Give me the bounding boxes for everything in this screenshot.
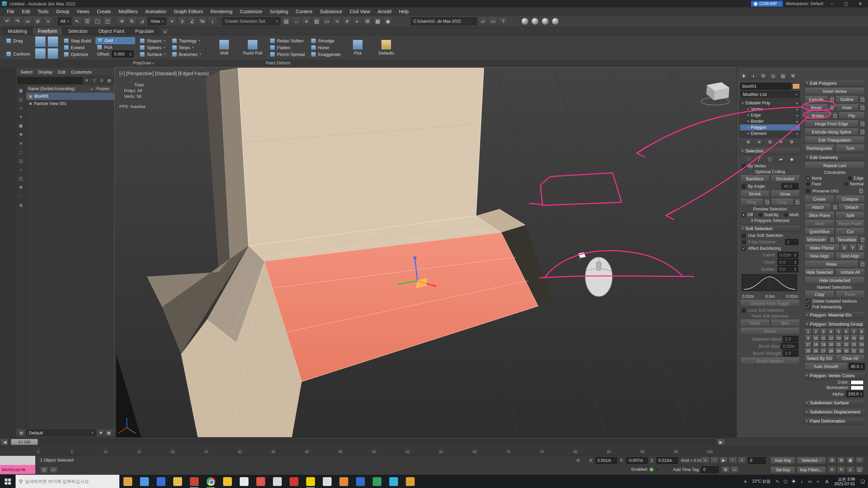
track-bar[interactable]: 0510152025303540455055606570758085909510… (0, 446, 868, 455)
attach-settings-button[interactable] (832, 204, 837, 211)
paint-pick-button[interactable]: Pick (345, 37, 370, 58)
extrude-settings-button[interactable] (829, 96, 834, 103)
select-move-icon[interactable]: ✛ (117, 17, 126, 26)
preview-off-radio[interactable]: Off (742, 212, 753, 217)
smoothing-group-button[interactable]: 10 (812, 335, 820, 341)
smoothing-group-button[interactable]: 31 (850, 348, 857, 354)
snap-toggle-3d-icon[interactable]: 3 (177, 17, 186, 26)
menu-item[interactable]: File (3, 8, 18, 15)
flatten-button[interactable]: Flatten (269, 44, 306, 51)
relax-button[interactable]: Relax (805, 261, 859, 268)
extrude-along-spline-settings-button[interactable] (860, 128, 865, 136)
filter-lights-icon[interactable]: ✦ (17, 113, 25, 121)
topology-dropdown[interactable]: Topology▾ (171, 37, 202, 44)
tray-network-icon[interactable]: ⌁ (814, 476, 822, 487)
scene-node-particle-view-001[interactable]: ✱ Particle View 001 (26, 100, 114, 107)
field-of-view-icon[interactable]: ∠ (846, 466, 854, 473)
clear-all-button[interactable]: Clear All (835, 355, 865, 362)
explorer-menu-item[interactable]: Display (36, 69, 55, 75)
taskbar-notes-icon[interactable] (269, 475, 285, 488)
constraint-face-radio[interactable]: Face (806, 182, 821, 186)
ribbon-tab[interactable]: Populate (130, 27, 159, 35)
conform-brush-icon-3[interactable] (35, 48, 46, 59)
frozen-column-header[interactable]: Frozen (95, 86, 112, 91)
menu-item[interactable]: Modifiers (115, 8, 141, 15)
smoothing-group-button[interactable]: 17 (805, 342, 812, 347)
relax-soften-button[interactable]: Relax/ Soften (269, 37, 306, 44)
mirror-icon[interactable]: ↔ (292, 17, 301, 26)
previous-key-icon[interactable]: ◀ (1, 439, 9, 446)
relax-settings-button[interactable] (860, 261, 865, 268)
display-tab-icon[interactable]: ▤ (779, 72, 787, 80)
taskbar-chrome-icon[interactable] (202, 475, 219, 488)
edit-polygons-rollout-header[interactable]: ▾Edit Polygons (804, 79, 866, 87)
material-editor-icon[interactable]: ◐ (353, 17, 362, 26)
selection-value-field[interactable]: 1.0 (783, 336, 798, 342)
visibility-bulb-icon[interactable]: ● (796, 132, 798, 136)
filter-materials-icon[interactable]: ◍ (17, 201, 25, 209)
asset-tracking-icon[interactable]: ▭ (488, 17, 497, 26)
constraint-none-radio[interactable]: None (806, 176, 822, 181)
cut-button[interactable]: Cut (835, 228, 865, 235)
key-mode-icon[interactable]: ▭ (731, 466, 739, 473)
smoothing-group-button[interactable]: 18 (812, 342, 820, 347)
menu-item[interactable]: Views (73, 8, 93, 15)
enabled-green-dot[interactable] (650, 468, 653, 471)
tray-update-icon[interactable]: ✚ (790, 476, 798, 487)
smoothing-group-button[interactable]: 3 (820, 329, 827, 334)
create-tab-icon[interactable]: ✚ (739, 72, 748, 80)
view-align-button[interactable]: View Align (805, 252, 834, 260)
optimize-button[interactable]: Optimize (62, 51, 92, 58)
defaults-button[interactable]: Defaults (374, 37, 399, 58)
insert-vertex-button[interactable]: Insert Vertex (805, 88, 865, 95)
strips-dropdown[interactable]: Strips▾ (171, 44, 202, 51)
loop-spinner[interactable] (794, 199, 800, 206)
collapsed-rollout-header[interactable]: ▸Paint Deformation (804, 417, 866, 425)
shading-sphere-icon-2[interactable] (531, 18, 539, 25)
surface-dropdown[interactable]: Surface▾ (138, 51, 167, 58)
alpha-field[interactable]: 100.0▲▼ (846, 391, 864, 397)
element-subobject-icon[interactable]: ◆ (787, 156, 796, 163)
msmooth-button[interactable]: MSmooth (805, 236, 828, 243)
render-icon[interactable]: ◉ (383, 17, 392, 26)
modifier-list-dropdown[interactable]: Modifier List▾ (740, 91, 800, 98)
current-frame-field[interactable]: 0 (748, 457, 766, 464)
preserve-uvs-settings-button[interactable] (858, 187, 864, 195)
polydraw-pick-button[interactable]: Pick (96, 44, 135, 50)
smoothing-group-button[interactable]: 7 (850, 329, 857, 334)
paint-deform-group-label[interactable]: Paint Deform (266, 61, 291, 65)
taskbar-search[interactable]: ⚲ (16, 475, 119, 488)
smoothing-group-button[interactable]: 15 (850, 335, 857, 341)
isolate-selection-icon[interactable]: ⊡ (40, 467, 48, 473)
smoothing-group-button[interactable]: 13 (835, 335, 842, 341)
modifier-stack-row[interactable]: ▾ Vertex ● (740, 106, 800, 112)
visibility-bulb-icon[interactable]: ● (796, 126, 798, 129)
smoothing-group-button[interactable]: 22 (843, 342, 850, 347)
layer-manager-icon[interactable]: ▥ (312, 17, 321, 26)
selection-filter-dropdown[interactable]: All▾ (58, 17, 72, 25)
smoothing-group-button[interactable]: 16 (858, 335, 865, 341)
smoothing-group-button[interactable]: 20 (828, 342, 835, 347)
shading-sphere-icon-4[interactable] (552, 18, 559, 25)
name-column-header[interactable]: Name (Sorted Ascending) (28, 86, 75, 91)
bubble-field[interactable]: 0.0▲▼ (777, 266, 798, 272)
ribbon-tab[interactable]: Freeform (33, 27, 62, 35)
push-pull-button[interactable]: Push/ Pull (240, 37, 265, 58)
use-soft-selection-checkbox[interactable]: Use Soft Selection (742, 233, 798, 238)
spinner-snap-icon[interactable]: ↕ (208, 17, 217, 26)
full-interactivity-checkbox[interactable]: ✓Full Interactivity (806, 305, 864, 309)
explorer-column-header[interactable]: Name (Sorted Ascending) ▲ Frozen (26, 85, 114, 93)
visibility-bulb-icon[interactable]: ● (796, 107, 798, 111)
hide-selected-button[interactable]: Hide Selected (805, 269, 834, 276)
backface-button[interactable]: Backface (740, 175, 770, 182)
menu-item[interactable]: Group (53, 8, 73, 15)
auto-key-button[interactable]: Auto Key (770, 457, 795, 464)
vertex-color-swatch[interactable] (851, 380, 864, 385)
menu-item[interactable]: Tools (34, 8, 52, 15)
taskbar-app-light-icon[interactable] (319, 475, 335, 488)
hierarchy-tab-icon[interactable]: ⧉ (759, 72, 768, 80)
taskbar-excel-icon[interactable] (369, 475, 385, 488)
polydraw-group-label[interactable]: PolyDraw ▾ (133, 61, 154, 65)
angle-snap-icon[interactable]: ∠ (188, 17, 197, 26)
filter-funnel-icon[interactable]: ▽ (91, 77, 98, 84)
